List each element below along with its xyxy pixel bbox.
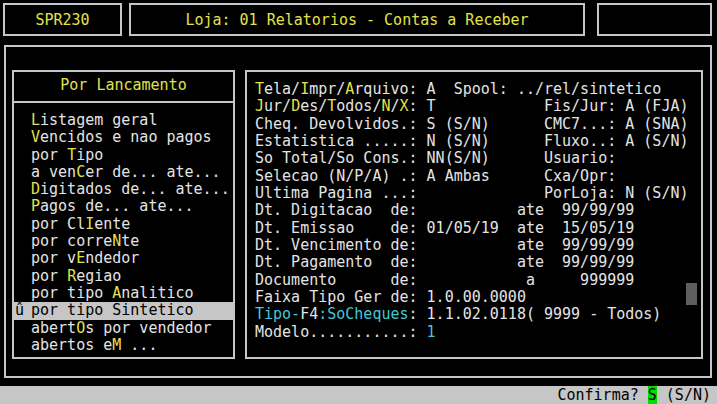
text-segment: a ven [31, 163, 76, 181]
text-segment: N [112, 232, 121, 250]
selected-marker-icon [15, 112, 31, 129]
text-segment: por v [31, 249, 76, 267]
menu-item[interactable]: Pagos de... ate... [14, 198, 233, 215]
menu-item[interactable]: a venCer de... ate... [14, 164, 233, 181]
menu-item[interactable]: por vEndedor [14, 250, 233, 267]
app-code-box: SPR230 [3, 3, 122, 36]
text-segment: C [76, 163, 85, 181]
menu-item[interactable]: abertOs por vendedor [14, 320, 233, 337]
form-line[interactable]: Tela/Impr/Arquivo: A Spool: ../rel/sinte… [255, 81, 701, 98]
menu-item[interactable]: ûpor tipo Sintetico [14, 302, 233, 319]
form-line[interactable]: Dt. Emissao de: 01/05/19 ate 15/05/19 [255, 220, 701, 237]
text-segment: / [390, 97, 399, 115]
text-segment: R [67, 267, 76, 285]
text-segment: E [76, 249, 85, 267]
text-segment: por [31, 267, 67, 285]
menu-item[interactable]: Listagem geral [14, 112, 233, 129]
text-segment: T [327, 97, 336, 115]
menu-item[interactable]: Vencidos e nao pagos [14, 129, 233, 146]
text-segment: igitados de... ate... [40, 180, 230, 198]
selected-marker-icon [15, 233, 31, 250]
menu-item[interactable]: Digitados de... ate... [14, 181, 233, 198]
empty-status-box [597, 3, 712, 36]
form-line[interactable]: Selecao (N/P/A) .: A Ambas Cxa/Opr: [255, 168, 701, 185]
text-segment: V [31, 128, 40, 146]
form-line[interactable]: Dt. Pagamento de: ate 99/99/99 [255, 254, 701, 271]
status-bar: Confirma? S (S/N) [0, 386, 717, 404]
menu-item[interactable]: por Regiao [14, 268, 233, 285]
selected-marker-icon [15, 320, 31, 337]
text-segment: 1 [427, 323, 436, 341]
text-segment: Documento de: a 999999 [255, 271, 634, 289]
text-segment: istagem geral [40, 111, 157, 129]
text-segment: te [121, 232, 139, 250]
text-segment: : 1.1.02.0118( 9999 - Todos) [409, 305, 662, 323]
text-segment: ur/ [264, 97, 291, 115]
app-code: SPR230 [35, 11, 89, 29]
text-segment: abert [31, 319, 76, 337]
text-segment: er de... ate... [85, 163, 220, 181]
menu-item[interactable]: abertos eM ... [14, 337, 233, 354]
text-segment: por Cl [31, 215, 85, 233]
form-lines: Tela/Impr/Arquivo: A Spool: ../rel/sinte… [247, 72, 701, 341]
menu-item[interactable]: por ClIente [14, 216, 233, 233]
confirm-input[interactable]: S [648, 386, 657, 404]
form-line[interactable]: So Total/So Cons.: NN(S/N) Usuario: [255, 150, 701, 167]
confirm-prompt: Confirma? [557, 386, 638, 404]
text-segment: D [291, 97, 300, 115]
selected-marker-icon [15, 164, 31, 181]
text-segment: abertos e [31, 336, 112, 354]
form-line[interactable]: Faixa Tipo Ger de: 1.0.00.0000 [255, 289, 701, 306]
text-segment: Dt. Emissao de: 01/05/19 ate 15/05/19 [255, 219, 634, 237]
selected-marker-icon: û [15, 302, 31, 319]
selected-marker-icon [15, 268, 31, 285]
text-segment: Modelo...........: [255, 323, 427, 341]
text-segment: Dt. Vencimento de: ate 99/99/99 [255, 236, 634, 254]
form-line[interactable]: Ultima Pagina ...: PorLoja: N (S/N) [255, 185, 701, 202]
selected-marker-icon [15, 337, 31, 354]
confirm-options: (S/N) [666, 386, 711, 404]
form-line[interactable]: Documento de: a 999999 [255, 272, 701, 289]
text-segment: T [67, 146, 76, 164]
scrollbar-thumb[interactable] [686, 283, 697, 305]
text-segment: ipo [76, 146, 103, 164]
menu-panel: Por Lancamento Listagem geral Vencidos e… [12, 70, 235, 359]
text-segment: I [300, 80, 309, 98]
text-segment: es/ [300, 97, 327, 115]
text-segment: T [255, 80, 264, 98]
selected-marker-icon [15, 181, 31, 198]
selected-marker-icon [15, 198, 31, 215]
text-segment: ente [94, 215, 130, 233]
text-segment: So Total/So Cons.: NN(S/N) Usuario: [255, 149, 616, 167]
text-segment: ndedor [85, 249, 139, 267]
text-segment: F4 [300, 305, 318, 323]
text-segment: Tipo- [255, 305, 300, 323]
text-segment: encidos e nao pagos [40, 128, 212, 146]
text-segment: : T Fis/Jur: A (FJA) [409, 97, 689, 115]
selected-marker-icon [15, 216, 31, 233]
text-segment: Dt. Pagamento de: ate 99/99/99 [255, 253, 634, 271]
text-segment: Faixa Tipo Ger de: 1.0.00.0000 [255, 288, 526, 306]
text-segment: Cheq. Devolvidos.: S (S/N) CMC7...: A (S… [255, 115, 688, 133]
selected-marker-icon [15, 250, 31, 267]
menu-item[interactable]: por correNte [14, 233, 233, 250]
selected-marker-icon [15, 285, 31, 302]
form-line[interactable]: Tipo-F4:SoCheques: 1.1.02.0118( 9999 - T… [255, 306, 701, 323]
form-line[interactable]: Modelo...........: 1 [255, 324, 701, 341]
text-segment: :SoCheques [318, 305, 408, 323]
selected-marker-icon [15, 147, 31, 164]
menu-item[interactable]: por Tipo [14, 147, 233, 164]
form-line[interactable]: Cheq. Devolvidos.: S (S/N) CMC7...: A (S… [255, 116, 701, 133]
form-line[interactable]: Jur/Des/Todos/N/X: T Fis/Jur: A (FJA) [255, 98, 701, 115]
text-segment: por corre [31, 232, 112, 250]
text-segment: Ultima Pagina ...: PorLoja: N (S/N) [255, 184, 688, 202]
form-line[interactable]: Estatistica .....: N (S/N) Fluxo..: A (S… [255, 133, 701, 150]
text-segment: Dt. Digitacao de: ate 99/99/99 [255, 201, 634, 219]
menu-item[interactable]: por tipo Analitico [14, 285, 233, 302]
form-line[interactable]: Dt. Digitacao de: ate 99/99/99 [255, 202, 701, 219]
text-segment: Selecao (N/P/A) .: A Ambas Cxa/Opr: [255, 167, 616, 185]
spacer [639, 386, 648, 404]
form-line[interactable]: Dt. Vencimento de: ate 99/99/99 [255, 237, 701, 254]
text-segment: M [112, 336, 121, 354]
spacer [657, 386, 666, 404]
